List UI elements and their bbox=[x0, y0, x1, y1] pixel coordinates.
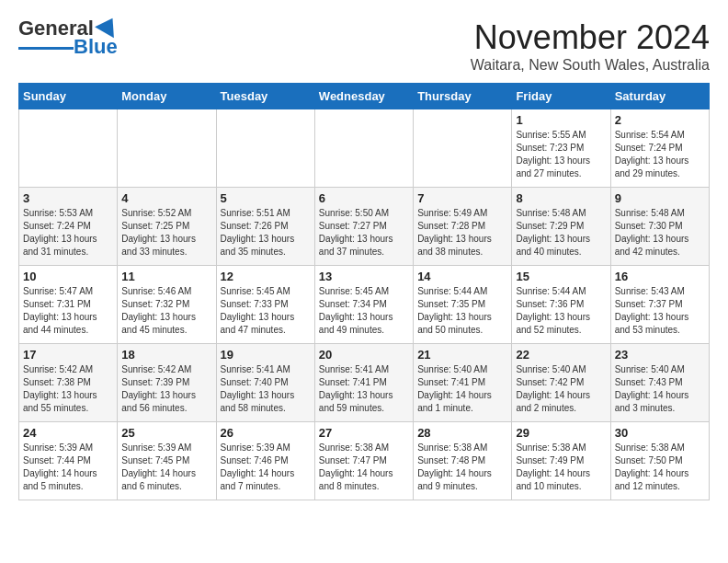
sunset-text: Sunset: 7:32 PM bbox=[121, 299, 189, 309]
sunset-text: Sunset: 7:41 PM bbox=[319, 377, 387, 387]
table-row: 28 Sunrise: 5:38 AM Sunset: 7:48 PM Dayl… bbox=[414, 422, 512, 500]
sunrise-text: Sunrise: 5:40 AM bbox=[615, 364, 685, 374]
table-row bbox=[118, 109, 216, 188]
sunset-text: Sunset: 7:47 PM bbox=[319, 455, 387, 465]
table-row bbox=[314, 109, 413, 188]
sunset-text: Sunset: 7:43 PM bbox=[615, 377, 683, 387]
day-number: 7 bbox=[417, 191, 507, 205]
daylight-text: Daylight: 13 hours and 59 minutes. bbox=[319, 390, 393, 413]
logo-underline bbox=[18, 47, 74, 50]
daylight-text: Daylight: 13 hours and 53 minutes. bbox=[615, 312, 689, 335]
day-info: Sunrise: 5:43 AM Sunset: 7:37 PM Dayligh… bbox=[615, 285, 705, 337]
sunrise-text: Sunrise: 5:43 AM bbox=[615, 286, 685, 296]
day-number: 28 bbox=[417, 426, 507, 440]
sunset-text: Sunset: 7:42 PM bbox=[516, 377, 584, 387]
page-header: General Blue November 2024 Waitara, New … bbox=[18, 18, 710, 74]
sunrise-text: Sunrise: 5:46 AM bbox=[121, 286, 191, 296]
daylight-text: Daylight: 14 hours and 2 minutes. bbox=[516, 390, 590, 413]
day-number: 1 bbox=[516, 113, 606, 127]
table-row: 4 Sunrise: 5:52 AM Sunset: 7:25 PM Dayli… bbox=[118, 188, 216, 266]
day-number: 4 bbox=[121, 191, 211, 205]
sunset-text: Sunset: 7:46 PM bbox=[221, 455, 289, 465]
sunset-text: Sunset: 7:50 PM bbox=[615, 455, 683, 465]
day-number: 17 bbox=[23, 348, 113, 362]
sunset-text: Sunset: 7:44 PM bbox=[23, 455, 91, 465]
table-row: 26 Sunrise: 5:39 AM Sunset: 7:46 PM Dayl… bbox=[216, 422, 314, 500]
calendar-week-row: 10 Sunrise: 5:47 AM Sunset: 7:31 PM Dayl… bbox=[19, 266, 710, 344]
table-row: 19 Sunrise: 5:41 AM Sunset: 7:40 PM Dayl… bbox=[216, 344, 314, 422]
day-info: Sunrise: 5:39 AM Sunset: 7:46 PM Dayligh… bbox=[221, 442, 311, 493]
daylight-text: Daylight: 14 hours and 8 minutes. bbox=[319, 468, 393, 491]
sunrise-text: Sunrise: 5:50 AM bbox=[319, 208, 389, 218]
daylight-text: Daylight: 13 hours and 33 minutes. bbox=[121, 234, 196, 257]
day-info: Sunrise: 5:52 AM Sunset: 7:25 PM Dayligh… bbox=[121, 207, 211, 259]
table-row: 16 Sunrise: 5:43 AM Sunset: 7:37 PM Dayl… bbox=[610, 266, 709, 344]
daylight-text: Daylight: 14 hours and 3 minutes. bbox=[615, 390, 689, 413]
day-number: 23 bbox=[615, 348, 705, 362]
day-info: Sunrise: 5:45 AM Sunset: 7:34 PM Dayligh… bbox=[319, 285, 409, 337]
table-row bbox=[19, 109, 118, 188]
day-number: 3 bbox=[23, 191, 113, 205]
day-number: 14 bbox=[417, 270, 507, 283]
day-number: 19 bbox=[221, 348, 311, 362]
daylight-text: Daylight: 13 hours and 47 minutes. bbox=[221, 312, 295, 335]
sunrise-text: Sunrise: 5:39 AM bbox=[23, 442, 93, 453]
table-row bbox=[414, 109, 512, 188]
day-info: Sunrise: 5:41 AM Sunset: 7:40 PM Dayligh… bbox=[221, 363, 311, 415]
day-number: 15 bbox=[516, 270, 606, 283]
day-number: 6 bbox=[319, 191, 409, 205]
calendar-week-row: 1 Sunrise: 5:55 AM Sunset: 7:23 PM Dayli… bbox=[19, 109, 710, 188]
daylight-text: Daylight: 13 hours and 27 minutes. bbox=[516, 155, 590, 178]
title-area: November 2024 Waitara, New South Wales, … bbox=[471, 18, 710, 74]
day-number: 30 bbox=[615, 426, 705, 440]
sunset-text: Sunset: 7:24 PM bbox=[23, 221, 91, 231]
sunrise-text: Sunrise: 5:53 AM bbox=[23, 208, 93, 218]
table-row: 13 Sunrise: 5:45 AM Sunset: 7:34 PM Dayl… bbox=[314, 266, 413, 344]
daylight-text: Daylight: 14 hours and 5 minutes. bbox=[23, 468, 97, 491]
sunset-text: Sunset: 7:25 PM bbox=[121, 221, 189, 231]
weekday-header-row: Sunday Monday Tuesday Wednesday Thursday… bbox=[19, 84, 710, 109]
table-row: 3 Sunrise: 5:53 AM Sunset: 7:24 PM Dayli… bbox=[19, 188, 118, 266]
day-number: 29 bbox=[516, 426, 606, 440]
sunrise-text: Sunrise: 5:39 AM bbox=[121, 442, 191, 453]
header-friday: Friday bbox=[512, 84, 610, 109]
sunrise-text: Sunrise: 5:44 AM bbox=[516, 286, 586, 296]
daylight-text: Daylight: 13 hours and 56 minutes. bbox=[121, 390, 196, 413]
sunrise-text: Sunrise: 5:38 AM bbox=[516, 442, 586, 453]
day-number: 25 bbox=[121, 426, 211, 440]
daylight-text: Daylight: 14 hours and 6 minutes. bbox=[121, 468, 196, 491]
table-row: 12 Sunrise: 5:45 AM Sunset: 7:33 PM Dayl… bbox=[216, 266, 314, 344]
calendar-week-row: 17 Sunrise: 5:42 AM Sunset: 7:38 PM Dayl… bbox=[19, 344, 710, 422]
day-number: 2 bbox=[615, 113, 705, 127]
day-info: Sunrise: 5:39 AM Sunset: 7:45 PM Dayligh… bbox=[121, 442, 211, 493]
sunset-text: Sunset: 7:28 PM bbox=[417, 221, 485, 231]
sunset-text: Sunset: 7:39 PM bbox=[121, 377, 189, 387]
daylight-text: Daylight: 13 hours and 42 minutes. bbox=[615, 234, 689, 257]
daylight-text: Daylight: 13 hours and 50 minutes. bbox=[417, 312, 492, 335]
daylight-text: Daylight: 13 hours and 35 minutes. bbox=[221, 234, 295, 257]
day-number: 8 bbox=[516, 191, 606, 205]
logo: General Blue bbox=[18, 18, 118, 57]
table-row: 14 Sunrise: 5:44 AM Sunset: 7:35 PM Dayl… bbox=[414, 266, 512, 344]
table-row: 1 Sunrise: 5:55 AM Sunset: 7:23 PM Dayli… bbox=[512, 109, 610, 188]
sunset-text: Sunset: 7:45 PM bbox=[121, 455, 189, 465]
sunrise-text: Sunrise: 5:42 AM bbox=[23, 364, 93, 374]
header-thursday: Thursday bbox=[414, 84, 512, 109]
sunset-text: Sunset: 7:26 PM bbox=[221, 221, 289, 231]
sunrise-text: Sunrise: 5:38 AM bbox=[417, 442, 487, 453]
day-info: Sunrise: 5:50 AM Sunset: 7:27 PM Dayligh… bbox=[319, 207, 409, 259]
header-sunday: Sunday bbox=[19, 84, 118, 109]
daylight-text: Daylight: 13 hours and 38 minutes. bbox=[417, 234, 492, 257]
daylight-text: Daylight: 14 hours and 12 minutes. bbox=[615, 468, 689, 491]
sunrise-text: Sunrise: 5:49 AM bbox=[417, 208, 487, 218]
day-number: 10 bbox=[23, 270, 113, 283]
table-row: 21 Sunrise: 5:40 AM Sunset: 7:41 PM Dayl… bbox=[414, 344, 512, 422]
day-info: Sunrise: 5:51 AM Sunset: 7:26 PM Dayligh… bbox=[221, 207, 311, 259]
day-info: Sunrise: 5:39 AM Sunset: 7:44 PM Dayligh… bbox=[23, 442, 113, 493]
sunrise-text: Sunrise: 5:48 AM bbox=[516, 208, 586, 218]
table-row: 11 Sunrise: 5:46 AM Sunset: 7:32 PM Dayl… bbox=[118, 266, 216, 344]
daylight-text: Daylight: 13 hours and 58 minutes. bbox=[221, 390, 295, 413]
table-row: 29 Sunrise: 5:38 AM Sunset: 7:49 PM Dayl… bbox=[512, 422, 610, 500]
calendar-week-row: 24 Sunrise: 5:39 AM Sunset: 7:44 PM Dayl… bbox=[19, 422, 710, 500]
day-number: 27 bbox=[319, 426, 409, 440]
